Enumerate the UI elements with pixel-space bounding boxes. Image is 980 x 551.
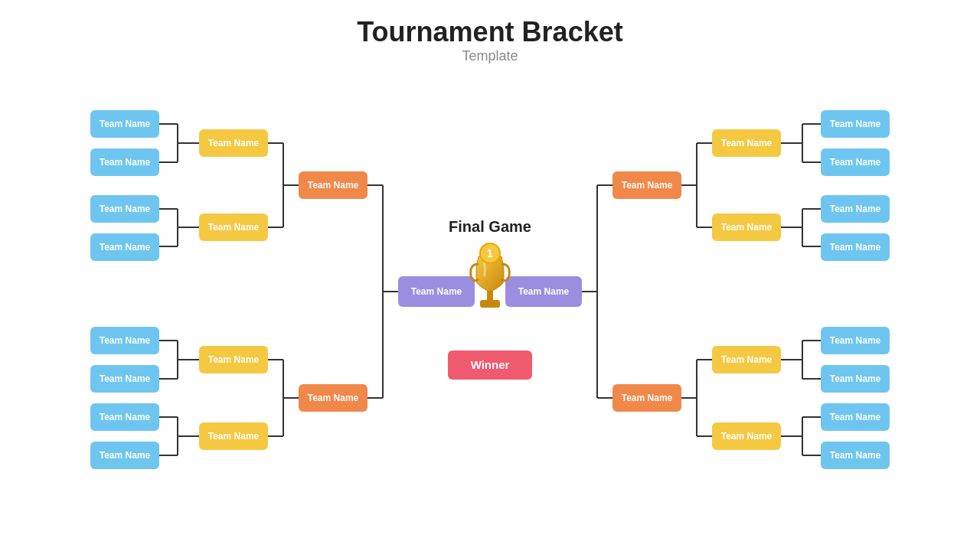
team-R-B3[interactable]: Team Name [821,403,890,431]
team-L-Y1[interactable]: Team Name [199,129,268,157]
team-R-T2[interactable]: Team Name [821,148,890,176]
team-L-B4[interactable]: Team Name [90,442,159,469]
team-R-T4[interactable]: Team Name [821,233,890,261]
bracket-container: Team Name Team Name Team Name Team Name … [0,77,980,551]
team-R-Y1[interactable]: Team Name [712,129,781,157]
team-L-B3[interactable]: Team Name [90,403,159,431]
team-L-Y2[interactable]: Team Name [199,214,268,241]
page-title: Tournament Bracket [0,0,980,48]
team-L-T3[interactable]: Team Name [90,195,159,223]
team-R-Y3[interactable]: Team Name [712,346,781,373]
team-R-B2[interactable]: Team Name [821,365,890,393]
team-L-B1[interactable]: Team Name [90,327,159,354]
team-L-T4[interactable]: Team Name [90,233,159,261]
team-R-final[interactable]: Team Name [505,276,582,307]
winner-box[interactable]: Winner [448,350,532,380]
team-R-O2[interactable]: Team Name [612,384,681,412]
team-L-Y4[interactable]: Team Name [199,422,268,450]
svg-rect-56 [487,291,493,300]
team-L-T1[interactable]: Team Name [90,110,159,138]
team-L-Y3[interactable]: Team Name [199,346,268,373]
team-L-B2[interactable]: Team Name [90,365,159,393]
page-subtitle: Template [0,48,980,64]
team-L-O1[interactable]: Team Name [299,171,368,199]
team-R-T3[interactable]: Team Name [821,195,890,223]
team-R-B4[interactable]: Team Name [821,442,890,469]
svg-rect-57 [480,300,500,308]
final-game-label: Final Game [444,218,536,236]
team-R-O1[interactable]: Team Name [612,171,681,199]
trophy-badge: 1 [479,243,501,264]
team-L-O2[interactable]: Team Name [299,384,368,412]
team-R-T1[interactable]: Team Name [821,110,890,138]
team-R-Y2[interactable]: Team Name [712,214,781,241]
team-L-T2[interactable]: Team Name [90,148,159,176]
team-R-Y4[interactable]: Team Name [712,422,781,450]
team-R-B1[interactable]: Team Name [821,327,890,354]
trophy: 1 [463,241,517,318]
